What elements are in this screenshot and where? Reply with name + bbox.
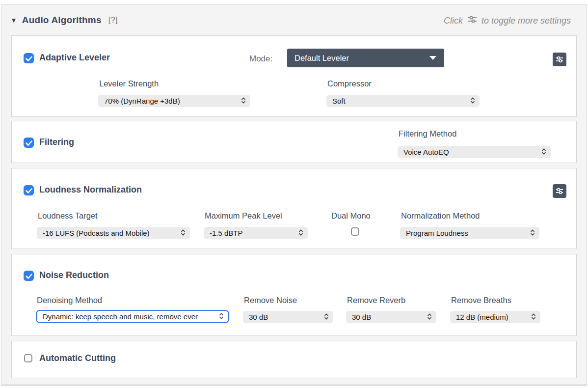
compressor-label: Compressor (327, 79, 372, 88)
select-chevron-icon (219, 312, 224, 321)
page-title: Audio Algorithms (22, 15, 102, 26)
select-chevron-icon (470, 97, 475, 106)
section-title-filtering: Filtering (39, 137, 74, 147)
audio-algorithms-page: ▼ Audio Algorithms [?] Click to toggle m… (0, 0, 588, 388)
section-title-automatic-cutting: Automatic Cutting (39, 353, 116, 363)
loudness-normalization-settings-button[interactable] (553, 184, 566, 198)
check-icon (24, 138, 34, 148)
panel-header: ▼ Audio Algorithms [?] (10, 15, 118, 26)
sliders-icon (467, 15, 478, 27)
leveler-mode-value: Default Leveler (294, 54, 349, 63)
filtering-method-select[interactable]: Voice AutoEQ (398, 146, 551, 158)
select-chevron-icon (530, 229, 535, 238)
select-chevron-icon (541, 148, 546, 157)
select-chevron-icon (531, 313, 536, 322)
leveler-strength-select[interactable]: 70% (DynRange +3dB) (98, 95, 250, 107)
section-automatic-cutting: Automatic Cutting (11, 341, 577, 378)
maximum-peak-level-value: -1.5 dBTP (210, 229, 243, 237)
maximum-peak-level-label: Maximum Peak Level (205, 211, 282, 221)
remove-noise-select[interactable]: 30 dB (243, 311, 333, 323)
section-title-noise-reduction: Noise Reduction (39, 270, 109, 280)
filtering-checkbox[interactable] (24, 138, 34, 148)
remove-reverb-label: Remove Reverb (347, 296, 405, 305)
select-chevron-icon (181, 229, 186, 238)
audio-algorithms-panel: ▼ Audio Algorithms [?] Click to toggle m… (1, 4, 587, 386)
loudness-target-label: Loudness Target (38, 211, 98, 221)
collapse-arrow-icon[interactable]: ▼ (10, 16, 17, 24)
remove-noise-label: Remove Noise (244, 296, 297, 305)
denoising-method-select[interactable]: Dynamic: keep speech and music, remove e… (36, 310, 229, 323)
section-title-adaptive-leveler: Adaptive Leveler (39, 53, 110, 63)
section-noise-reduction: Noise Reduction Denoising Method Dynamic… (11, 254, 577, 336)
noise-reduction-checkbox[interactable] (24, 271, 34, 281)
adaptive-leveler-settings-button[interactable] (553, 53, 566, 66)
automatic-cutting-checkbox[interactable] (24, 354, 32, 362)
remove-noise-value: 30 dB (249, 313, 268, 321)
leveler-strength-value: 70% (DynRange +3dB) (104, 97, 180, 105)
maximum-peak-level-select[interactable]: -1.5 dBTP (204, 227, 308, 239)
filtering-method-label: Filtering Method (399, 129, 456, 139)
loudness-target-select[interactable]: -16 LUFS (Podcasts and Mobile) (37, 227, 190, 239)
loudness-target-value: -16 LUFS (Podcasts and Mobile) (43, 229, 150, 237)
denoising-method-label: Denoising Method (37, 296, 102, 305)
remove-breaths-value: 12 dB (medium) (456, 313, 508, 321)
remove-breaths-label: Remove Breaths (451, 296, 511, 305)
hint-text-suffix: to toggle more settings (481, 16, 571, 26)
normalization-method-value: Program Loudness (406, 229, 468, 237)
check-icon (24, 54, 34, 63)
loudness-normalization-checkbox[interactable] (24, 185, 34, 195)
dropdown-triangle-icon (429, 56, 436, 60)
dual-mono-checkbox[interactable] (351, 227, 359, 236)
sliders-icon (555, 186, 564, 196)
dual-mono-label: Dual Mono (331, 211, 371, 221)
select-chevron-icon (241, 97, 246, 106)
section-title-loudness-normalization: Loudness Normalization (39, 185, 142, 195)
mode-label: Mode: (249, 54, 272, 64)
check-icon (24, 186, 34, 195)
leveler-strength-label: Leveler Strength (99, 79, 159, 88)
normalization-method-label: Normalization Method (401, 211, 480, 221)
leveler-mode-dropdown[interactable]: Default Leveler (287, 49, 444, 67)
select-chevron-icon (427, 313, 432, 322)
normalization-method-select[interactable]: Program Loudness (400, 227, 539, 239)
denoising-method-value: Dynamic: keep speech and music, remove e… (43, 312, 198, 321)
filtering-method-value: Voice AutoEQ (403, 148, 449, 156)
help-link[interactable]: [?] (108, 15, 118, 25)
compressor-value: Soft (332, 97, 346, 105)
toggle-settings-hint: Click to toggle more settings (444, 15, 571, 27)
adaptive-leveler-checkbox[interactable] (24, 53, 34, 63)
section-adaptive-leveler: Adaptive Leveler Mode: Default Leveler L… (11, 35, 577, 117)
section-filtering: Filtering Filtering Method Voice AutoEQ (11, 121, 577, 163)
remove-reverb-value: 30 dB (352, 313, 371, 321)
compressor-select[interactable]: Soft (326, 95, 480, 107)
check-icon (24, 271, 34, 281)
sliders-icon (555, 55, 564, 64)
select-chevron-icon (298, 229, 303, 238)
hint-text-prefix: Click (444, 16, 463, 26)
select-chevron-icon (324, 313, 329, 322)
remove-reverb-select[interactable]: 30 dB (346, 311, 436, 323)
remove-breaths-select[interactable]: 12 dB (medium) (450, 311, 540, 323)
section-loudness-normalization: Loudness Normalization Loudness Target -… (11, 168, 577, 249)
